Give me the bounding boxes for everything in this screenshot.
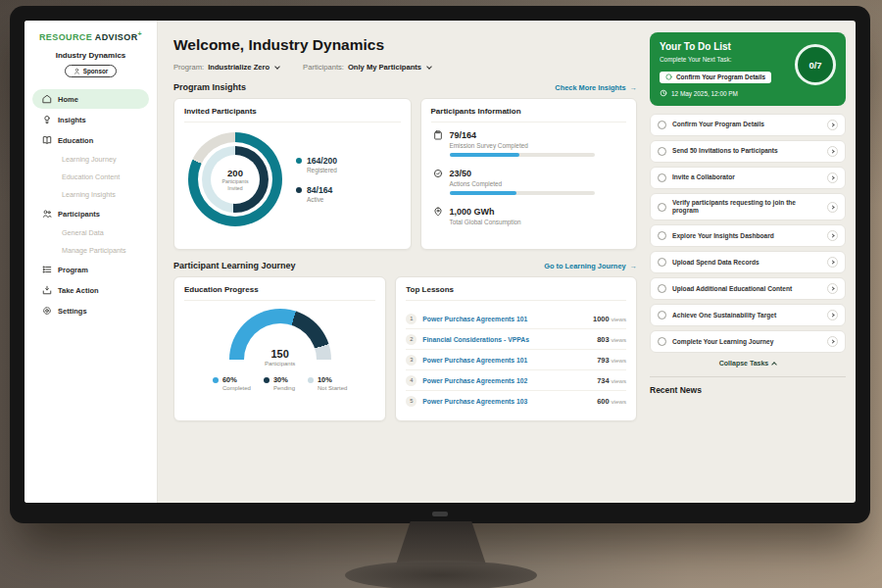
progress-fill: [450, 153, 519, 157]
legend-label: Pending: [273, 385, 295, 391]
monitor-frame: RESOURCE ADVISOR+ Industry Dynamics Spon…: [10, 6, 870, 523]
task-row[interactable]: Invite a Collaborator: [650, 167, 846, 189]
stat-label: Emission Survey Completed: [450, 142, 595, 149]
education-legend: 60% Completed 30% Pending: [184, 375, 375, 391]
sidebar-item-learning-journey[interactable]: Learning Journey: [32, 151, 149, 168]
sidebar-item-take-action[interactable]: Take Action: [32, 280, 149, 300]
collapse-tasks-link[interactable]: Collapse Tasks: [650, 360, 846, 367]
chevron-down-icon: [426, 64, 432, 70]
sidebar-item-learning-insights[interactable]: Learning Insights: [32, 186, 149, 203]
legend-active: 84/164 Active: [296, 185, 337, 203]
participants-filter-label: Participants:: [303, 63, 344, 72]
task-checkbox[interactable]: [658, 337, 666, 346]
lesson-title-link[interactable]: Power Purchase Agreements 102: [422, 377, 591, 384]
sidebar-item-home[interactable]: Home: [32, 89, 149, 109]
sidebar-item-label: Program: [58, 266, 88, 274]
next-task-pill[interactable]: Confirm Your Program Details: [660, 72, 771, 83]
task-checkbox[interactable]: [658, 284, 666, 293]
card-title: Invited Participants: [184, 107, 401, 122]
sidebar-item-education[interactable]: Education: [32, 130, 149, 150]
recent-news-title: Recent News: [650, 376, 846, 395]
monitor-stand-neck: [396, 521, 486, 564]
brand-plus: +: [138, 30, 143, 37]
task-row[interactable]: Upload Spend Data Records: [650, 251, 846, 273]
sidebar-item-settings[interactable]: Settings: [32, 301, 149, 320]
chevron-up-icon: [771, 363, 777, 368]
monitor-stand-base: [345, 561, 537, 588]
todo-due: 12 May 2025, 12:00 PM: [660, 89, 836, 97]
go-to-learning-journey-link[interactable]: Go to Learning Journey →: [544, 262, 637, 270]
task-checkbox[interactable]: [658, 147, 666, 156]
task-row[interactable]: Send 50 Invitations to Participants: [650, 140, 846, 163]
program-filter-label: Program:: [173, 63, 204, 72]
todo-progress-badge: 0/7: [795, 44, 836, 85]
legend-dot-navy: [264, 377, 270, 383]
participants-filter[interactable]: Participants: Only My Participants: [303, 63, 431, 72]
task-checkbox[interactable]: [658, 258, 666, 267]
learning-journey-title: Participant Learning Journey: [173, 261, 296, 270]
task-row[interactable]: Achieve One Sustainability Target: [650, 304, 846, 326]
views-unit: views: [612, 398, 626, 405]
chevron-right-icon: [830, 234, 834, 238]
sponsor-badge[interactable]: Sponsor: [65, 65, 118, 77]
chevron-right-icon: [830, 287, 834, 291]
sidebar-item-participants[interactable]: Participants: [32, 204, 149, 223]
sidebar-item-general-data[interactable]: General Data: [32, 224, 149, 241]
chevron-right-icon: [830, 149, 834, 153]
progress-bar: [450, 153, 595, 157]
views-value: 793: [597, 356, 609, 365]
sidebar-item-program[interactable]: Program: [32, 260, 149, 279]
task-label: Complete Your Learning Journey: [672, 338, 821, 346]
task-checkbox[interactable]: [658, 311, 666, 319]
invited-card-body: 200 Participants Invited 164/200 Registe: [184, 130, 401, 226]
views-value: 803: [597, 335, 609, 344]
task-go: [827, 202, 838, 213]
task-checkbox[interactable]: [658, 231, 666, 240]
task-row[interactable]: Complete Your Learning Journey: [650, 330, 846, 353]
task-checkbox[interactable]: [658, 203, 666, 212]
lesson-views: 734views: [597, 376, 626, 385]
views-unit: views: [612, 316, 626, 322]
check-more-insights-link[interactable]: Check More Insights →: [555, 83, 637, 92]
lesson-title-link[interactable]: Power Purchase Agreements 103: [422, 398, 591, 405]
task-label: Send 50 Invitations to Participants: [672, 147, 821, 155]
lesson-title-link[interactable]: Financial Considerations - VPPAs: [422, 336, 591, 343]
task-row[interactable]: Confirm Your Program Details: [650, 114, 846, 136]
sidebar: RESOURCE ADVISOR+ Industry Dynamics Spon…: [24, 21, 158, 503]
program-insights-header: Program Insights Check More Insights →: [173, 82, 637, 92]
invited-participants-card: Invited Participants 200 Participants In…: [173, 98, 412, 250]
task-go: [827, 120, 838, 130]
participants-information-card: Participants Information 79/164 Emission…: [420, 98, 638, 250]
task-row[interactable]: Explore Your Insights Dashboard: [650, 224, 846, 247]
task-checkbox[interactable]: [658, 173, 666, 182]
sidebar-item-label: Education Content: [62, 172, 120, 181]
task-checkbox[interactable]: [658, 121, 666, 129]
insights-cards-row: Invited Participants 200 Participants In…: [173, 98, 637, 250]
lesson-title-link[interactable]: Power Purchase Agreements 101: [422, 357, 591, 364]
legend-pending: 30% Pending: [264, 375, 295, 391]
program-filter[interactable]: Program: Industrialize Zero: [173, 63, 279, 72]
sponsor-badge-label: Sponsor: [83, 68, 109, 74]
book-icon: [42, 135, 52, 145]
task-row[interactable]: Upload Additional Educational Content: [650, 277, 846, 300]
task-row[interactable]: Verify participants requesting to join t…: [650, 193, 846, 220]
task-list: Confirm Your Program Details Send 50 Inv…: [650, 114, 846, 353]
todo-due-text: 12 May 2025, 12:00 PM: [671, 90, 738, 97]
lesson-row: 4 Power Purchase Agreements 102 734views: [406, 370, 626, 391]
views-unit: views: [612, 336, 626, 343]
people-icon: [42, 209, 52, 219]
sidebar-item-manage-participants[interactable]: Manage Participants: [32, 242, 149, 259]
sidebar-item-education-content[interactable]: Education Content: [32, 169, 149, 185]
sidebar-item-label: Learning Journey: [62, 155, 117, 164]
person-icon: [74, 68, 80, 74]
legend-value: 10%: [318, 375, 347, 384]
stat-value: 79/164: [450, 130, 595, 140]
arrow-right-icon: →: [630, 83, 637, 92]
legend-dot-navy: [296, 187, 302, 193]
task-go: [827, 172, 838, 183]
brand-secondary: ADVISOR: [95, 32, 138, 42]
lesson-title-link[interactable]: Power Purchase Agreements 101: [422, 316, 587, 322]
gauge-label: Participants: [265, 361, 295, 367]
sidebar-item-label: Education: [58, 136, 93, 145]
sidebar-item-insights[interactable]: Insights: [32, 110, 149, 129]
